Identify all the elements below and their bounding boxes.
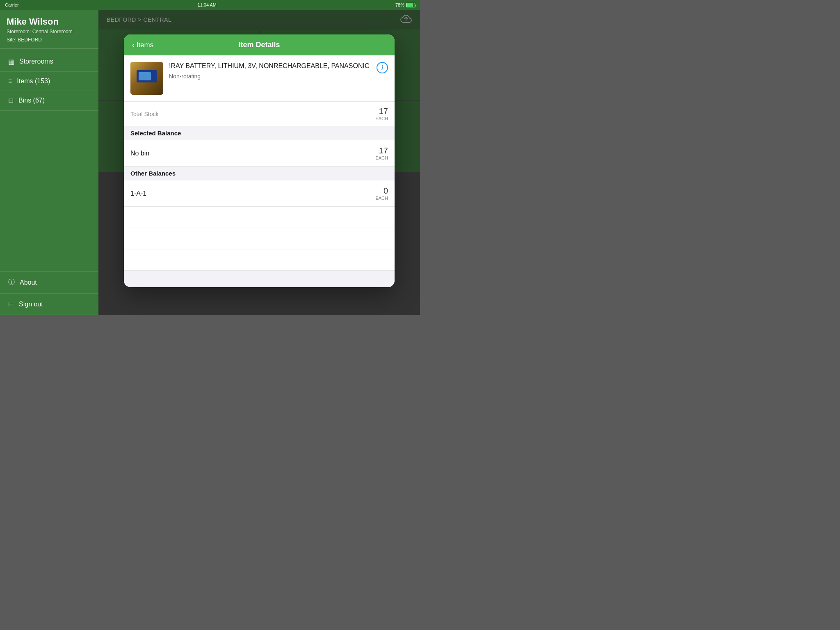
storerooms-icon: ▦ — [8, 58, 14, 66]
other-balances-header: Other Balances — [124, 167, 395, 180]
modal-body: !RAY BATTERY, LITHIUM, 3V, NONRECHARGEAB… — [124, 55, 395, 271]
empty-row-1 — [124, 207, 395, 228]
empty-row-2 — [124, 228, 395, 249]
bin-1a1-unit: EACH — [375, 196, 388, 201]
selected-balance-title: Selected Balance — [130, 130, 181, 137]
modal-back-button[interactable]: ‹ Items — [132, 40, 153, 50]
item-thumbnail — [130, 62, 163, 95]
back-chevron-icon: ‹ — [132, 40, 135, 50]
back-label: Items — [137, 41, 154, 49]
bin-1a1-value-block: 0 EACH — [375, 186, 388, 201]
about-label: About — [20, 279, 37, 286]
item-info-button[interactable]: i — [377, 62, 388, 73]
stock-label: Total Stock — [130, 111, 158, 117]
bin-1a1-row[interactable]: 1-A-1 0 EACH — [124, 180, 395, 207]
bin-1a1-number: 0 — [375, 186, 388, 196]
item-info-row: !RAY BATTERY, LITHIUM, 3V, NONRECHARGEAB… — [124, 55, 395, 102]
modal-footer — [124, 271, 395, 287]
no-bin-value-block: 17 EACH — [375, 146, 388, 160]
user-storeroom: Storeroom: Central Storeroom — [7, 28, 92, 35]
item-thumbnail-image — [130, 62, 163, 95]
selected-balance-header: Selected Balance — [124, 126, 395, 140]
sidebar-item-bins-label: Bins (67) — [18, 97, 45, 104]
time-label: 11:04 AM — [198, 2, 217, 7]
total-stock-row: Total Stock 17 EACH — [124, 102, 395, 126]
sidebar-item-about[interactable]: ⓘ About — [0, 272, 98, 294]
modal-title: Item Details — [238, 41, 280, 49]
sidebar-item-storerooms[interactable]: ▦ Storerooms — [0, 52, 98, 72]
sidebar: Mike Wilson Storeroom: Central Storeroom… — [0, 10, 98, 315]
info-icon: i — [381, 64, 383, 71]
carrier-label: Carrier — [5, 2, 19, 7]
app-container: Mike Wilson Storeroom: Central Storeroom… — [0, 10, 420, 315]
sidebar-item-items[interactable]: ≡ Items (153) — [0, 72, 98, 91]
user-site: Site: BEDFORD — [7, 37, 92, 43]
sidebar-item-bins[interactable]: ⊡ Bins (67) — [0, 91, 98, 111]
item-type: Non-rotating — [169, 73, 371, 80]
no-bin-row[interactable]: No bin 17 EACH — [124, 140, 395, 167]
sidebar-item-signout[interactable]: ⊢ Sign out — [0, 294, 98, 315]
no-bin-unit: EACH — [375, 155, 388, 160]
modal-overlay: ‹ Items Item Details !RAY BATTERY, LITHI… — [98, 10, 420, 315]
sidebar-nav: ▦ Storerooms ≡ Items (153) ⊡ Bins (67) — [0, 49, 98, 271]
other-balances-title: Other Balances — [130, 170, 176, 177]
user-name: Mike Wilson — [7, 16, 92, 27]
status-bar: Carrier 11:04 AM 78% — [0, 0, 420, 10]
signout-icon: ⊢ — [8, 300, 14, 308]
no-bin-label: No bin — [130, 150, 149, 157]
item-details-modal: ‹ Items Item Details !RAY BATTERY, LITHI… — [124, 34, 395, 287]
battery-percent: 78% — [395, 2, 404, 7]
bins-icon: ⊡ — [8, 97, 14, 105]
modal-header: ‹ Items Item Details — [124, 34, 395, 55]
sidebar-footer: ⓘ About ⊢ Sign out — [0, 271, 98, 315]
bin-1a1-label: 1-A-1 — [130, 190, 146, 197]
item-details: !RAY BATTERY, LITHIUM, 3V, NONRECHARGEAB… — [169, 62, 371, 80]
stock-number: 17 — [375, 107, 388, 116]
sidebar-item-storerooms-label: Storerooms — [19, 58, 53, 65]
about-icon: ⓘ — [8, 278, 15, 287]
main-content: BEDFORD > CENTRAL — [98, 10, 420, 315]
battery-icon — [406, 3, 415, 7]
empty-row-3 — [124, 249, 395, 271]
stock-value-block: 17 EACH — [375, 107, 388, 121]
items-icon: ≡ — [8, 78, 12, 85]
no-bin-number: 17 — [375, 146, 388, 155]
battery-status: 78% — [395, 2, 415, 7]
sidebar-header: Mike Wilson Storeroom: Central Storeroom… — [0, 10, 98, 49]
item-name: !RAY BATTERY, LITHIUM, 3V, NONRECHARGEAB… — [169, 62, 371, 71]
sidebar-item-items-label: Items (153) — [17, 78, 50, 85]
stock-unit: EACH — [375, 116, 388, 121]
signout-label: Sign out — [19, 301, 43, 308]
